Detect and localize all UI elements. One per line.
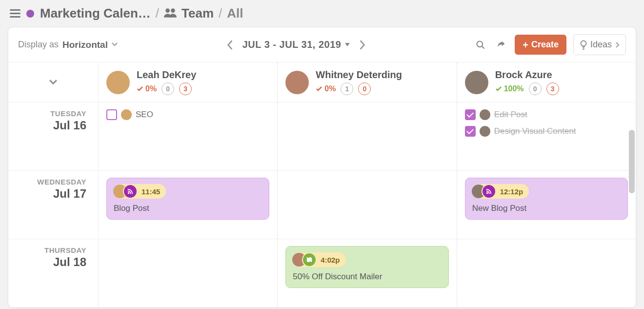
member-name: Brock Azure	[495, 69, 559, 81]
team-member-header[interactable]: Brock Azure 100% 0 3	[457, 62, 636, 102]
map-icon	[302, 252, 317, 267]
date-next-button[interactable]	[359, 40, 365, 50]
stat-overdue: 0	[358, 82, 371, 95]
display-as-value[interactable]: Horizontal	[62, 40, 108, 50]
event-card[interactable]: 4:02p 50% Off Discount Mailer	[285, 246, 448, 288]
stat-overdue: 3	[546, 82, 559, 95]
day-date: Jul 17	[13, 187, 86, 201]
event-card[interactable]: 11:45 Blog Post	[106, 178, 269, 220]
breadcrumb-team[interactable]: Team	[181, 6, 214, 21]
calendar-cell[interactable]: 4:02p 50% Off Discount Mailer	[278, 239, 457, 307]
calendar-cell[interactable]: 12:12p New Blog Post	[457, 171, 636, 239]
task-name: SEO	[136, 110, 153, 120]
calendar-color-dot	[26, 10, 34, 18]
avatar	[480, 126, 490, 137]
day-label: WEDNESDAY Jul 17	[8, 171, 99, 239]
collapse-all-button[interactable]	[8, 62, 99, 102]
calendar-cell[interactable]: Edit Post Design Visual Content	[457, 103, 636, 170]
day-row: WEDNESDAY Jul 17 11:45 Blog Post	[8, 171, 636, 239]
calendar-cell[interactable]	[457, 239, 636, 307]
menu-button[interactable]	[10, 9, 20, 18]
rss-icon	[482, 184, 496, 199]
team-icon	[164, 6, 177, 21]
task-item[interactable]: SEO	[106, 109, 269, 120]
event-title: 50% Off Discount Mailer	[293, 272, 441, 282]
date-prev-button[interactable]	[227, 40, 234, 50]
lightbulb-icon	[580, 40, 587, 50]
stat-open: 0	[529, 82, 542, 95]
checkbox[interactable]	[465, 126, 476, 137]
breadcrumb: Marketing Calen… / Team / All	[40, 6, 243, 21]
member-name: Whitney Deterding	[316, 69, 402, 81]
member-name: Leah DeKrey	[137, 69, 196, 81]
date-range[interactable]: JUL 3 - JUL 31, 2019	[242, 39, 350, 50]
svg-point-4	[128, 192, 130, 194]
day-of-week: TUESDAY	[13, 109, 86, 118]
completion-percent: 0%	[316, 84, 336, 93]
event-title: Blog Post	[114, 204, 262, 213]
avatar	[285, 71, 309, 94]
stat-open: 1	[341, 82, 353, 95]
event-title: New Blog Post	[472, 204, 621, 213]
rss-icon	[123, 184, 138, 199]
completion-percent: 100%	[495, 84, 524, 93]
task-item[interactable]: Edit Post	[465, 109, 628, 120]
day-date: Jul 16	[13, 119, 86, 132]
svg-point-1	[171, 8, 175, 13]
scrollbar[interactable]	[629, 130, 635, 193]
avatar	[480, 109, 490, 120]
display-as-label: Display as	[18, 40, 59, 50]
event-time: 12:12p	[500, 187, 523, 196]
search-icon[interactable]	[474, 38, 487, 52]
calendar-cell[interactable]	[278, 171, 457, 239]
event-card[interactable]: 12:12p New Blog Post	[465, 178, 628, 220]
create-button[interactable]: + Create	[515, 35, 566, 55]
task-name: Design Visual Content	[494, 126, 576, 136]
avatar	[121, 109, 132, 120]
ideas-button[interactable]: Ideas	[573, 34, 626, 55]
plus-icon: +	[523, 40, 528, 50]
stat-overdue: 3	[179, 82, 192, 95]
event-pill: 12:12p	[472, 184, 529, 199]
svg-point-0	[165, 8, 170, 13]
team-member-header[interactable]: Leah DeKrey 0% 0 3	[99, 62, 278, 102]
event-time: 4:02p	[321, 256, 340, 264]
day-of-week: WEDNESDAY	[13, 178, 86, 186]
breadcrumb-calendar[interactable]: Marketing Calen…	[40, 6, 151, 21]
breadcrumb-sep: /	[156, 6, 159, 21]
avatar	[465, 71, 488, 94]
day-row: TUESDAY Jul 16 SEO Edit Post Design Visu…	[8, 103, 636, 171]
breadcrumb-sep: /	[219, 6, 222, 21]
share-icon[interactable]	[494, 38, 508, 52]
calendar-cell[interactable]: SEO	[99, 103, 278, 170]
breadcrumb-filter[interactable]: All	[227, 6, 243, 21]
day-row: THURSDAY Jul 18 4:02p 50% Off Discount M…	[8, 239, 636, 308]
svg-point-5	[486, 192, 488, 194]
task-item[interactable]: Design Visual Content	[465, 126, 628, 137]
day-date: Jul 18	[13, 255, 86, 269]
task-name: Edit Post	[494, 110, 527, 120]
day-label: TUESDAY Jul 16	[8, 103, 99, 170]
event-pill: 4:02p	[293, 252, 345, 267]
checkbox[interactable]	[106, 109, 117, 120]
day-of-week: THURSDAY	[13, 246, 86, 254]
calendar-panel: Display as Horizontal JUL 3 - JUL 31, 20…	[8, 27, 636, 308]
avatar	[106, 71, 130, 94]
stat-open: 0	[161, 82, 174, 95]
checkbox[interactable]	[465, 109, 476, 120]
event-time: 11:45	[141, 187, 160, 196]
event-pill: 11:45	[114, 184, 166, 199]
calendar-cell[interactable]	[99, 239, 278, 307]
calendar-cell[interactable]	[278, 103, 457, 170]
svg-point-2	[477, 41, 483, 47]
calendar-cell[interactable]: 11:45 Blog Post	[99, 171, 278, 239]
team-member-header[interactable]: Whitney Deterding 0% 1 0	[278, 62, 457, 102]
chevron-down-icon[interactable]	[111, 40, 119, 50]
day-label: THURSDAY Jul 18	[8, 239, 99, 307]
completion-percent: 0%	[137, 84, 157, 93]
svg-point-3	[581, 41, 586, 46]
